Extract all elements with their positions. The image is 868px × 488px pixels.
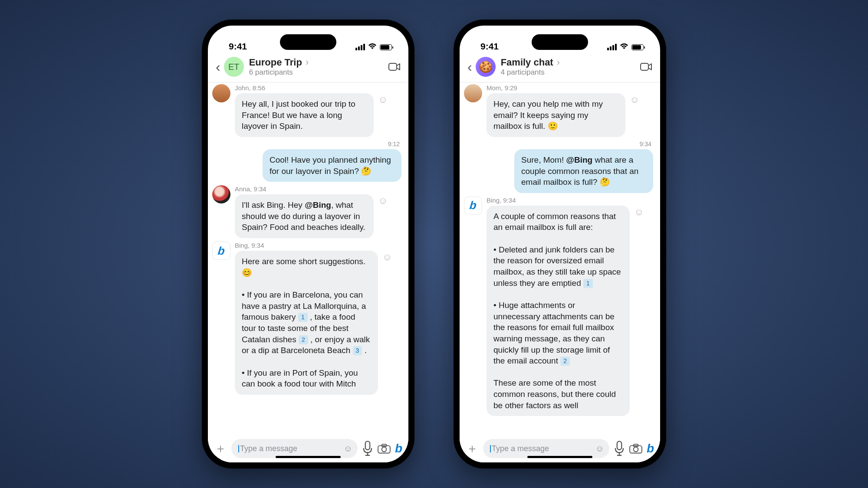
emoji-button[interactable]: ☺	[595, 444, 604, 454]
bing-avatar[interactable]: b	[464, 197, 482, 215]
bing-button[interactable]: b	[395, 442, 402, 455]
react-button[interactable]: ☺	[378, 195, 388, 206]
svg-rect-5	[641, 63, 648, 70]
svg-rect-6	[617, 441, 621, 449]
message-incoming: b Bing, 9:34 Here are some short suggest…	[212, 242, 404, 395]
citation[interactable]: 2	[560, 357, 570, 366]
chat-title-block[interactable]: Europe Trip › 6 participants	[249, 57, 388, 77]
message-input[interactable]: Type a message ☺	[231, 439, 358, 458]
mic-button[interactable]	[614, 441, 625, 456]
citation[interactable]: 3	[353, 346, 362, 355]
message-list[interactable]: Mom, 9:29 Hey, can you help me with my e…	[460, 82, 660, 435]
message-meta: Bing, 9:34	[235, 242, 404, 249]
phone-right: 9:41 ‹ 🍪 Family chat › 4 participants	[454, 20, 666, 468]
signal-icon	[355, 44, 365, 50]
message-time: 9:34	[640, 141, 651, 147]
input-placeholder: Type a message	[492, 444, 549, 453]
bing-button[interactable]: b	[647, 442, 654, 455]
chevron-right-icon: ›	[303, 57, 309, 68]
svg-point-3	[382, 447, 387, 452]
react-button[interactable]: ☺	[378, 94, 388, 105]
message-bubble[interactable]: A couple of common reasons that an email…	[487, 206, 630, 416]
react-button[interactable]: ☺	[630, 94, 639, 105]
home-indicator[interactable]	[527, 456, 592, 458]
status-time: 9:41	[229, 41, 247, 52]
svg-rect-1	[365, 441, 370, 449]
back-button[interactable]: ‹	[212, 59, 224, 75]
message-bubble[interactable]: Hey all, I just booked our trip to Franc…	[235, 93, 374, 137]
chat-subtitle: 6 participants	[249, 68, 388, 77]
message-meta: Mom, 9:29	[487, 84, 656, 92]
message-bubble[interactable]: Hey, can you help me with my email? It k…	[487, 93, 625, 137]
message-incoming: b Bing, 9:34 A couple of common reasons …	[464, 197, 656, 416]
message-list[interactable]: John, 8:56 Hey all, I just booked our tr…	[208, 82, 408, 435]
avatar[interactable]	[212, 185, 230, 203]
react-button[interactable]: ☺	[634, 206, 644, 218]
message-incoming: Anna, 9:34 I'll ask Bing. Hey @Bing, wha…	[212, 185, 404, 238]
dynamic-island	[532, 34, 588, 50]
wifi-icon	[620, 43, 628, 52]
add-button[interactable]: ＋	[214, 440, 227, 457]
video-call-button[interactable]	[640, 62, 652, 72]
chevron-right-icon: ›	[554, 57, 560, 68]
avatar[interactable]	[464, 84, 482, 102]
react-button[interactable]: ☺	[382, 252, 392, 263]
battery-icon	[631, 44, 644, 50]
message-time: 9:12	[388, 141, 400, 147]
video-call-button[interactable]	[388, 62, 401, 72]
message-bubble[interactable]: Cool! Have you planned anything for our …	[263, 149, 401, 182]
wifi-icon	[368, 43, 377, 52]
message-outgoing: 9:34 Sure, Mom! @Bing what are a couple …	[464, 141, 656, 193]
chat-avatar[interactable]: 🍪	[476, 57, 496, 77]
battery-icon	[380, 44, 392, 50]
svg-rect-0	[389, 63, 397, 70]
citation[interactable]: 1	[298, 313, 308, 322]
message-bubble[interactable]: Here are some short suggestions. 😊 • If …	[235, 251, 378, 395]
message-incoming: Mom, 9:29 Hey, can you help me with my e…	[464, 84, 656, 137]
citation[interactable]: 1	[583, 279, 593, 288]
input-bar: ＋ Type a message ☺ b	[208, 435, 408, 462]
mic-button[interactable]	[362, 441, 373, 456]
add-button[interactable]: ＋	[466, 440, 479, 457]
message-bubble[interactable]: Sure, Mom! @Bing what are a couple commo…	[514, 149, 653, 193]
message-meta: John, 8:56	[235, 84, 404, 92]
message-input[interactable]: Type a message ☺	[483, 439, 609, 458]
home-indicator[interactable]	[276, 456, 341, 458]
chat-title-block[interactable]: Family chat › 4 participants	[501, 57, 640, 77]
message-meta: Anna, 9:34	[235, 185, 404, 193]
chat-title: Europe Trip	[249, 57, 302, 68]
camera-button[interactable]	[378, 443, 391, 454]
message-meta: Bing, 9:34	[487, 197, 656, 204]
chat-subtitle: 4 participants	[501, 68, 640, 77]
input-placeholder: Type a message	[240, 444, 297, 453]
svg-point-8	[634, 447, 638, 452]
bing-avatar[interactable]: b	[212, 242, 230, 260]
dynamic-island	[280, 34, 336, 50]
phone-left: 9:41 ‹ ET Europe Trip › 6 participants	[202, 20, 414, 468]
avatar[interactable]	[212, 84, 230, 102]
chat-avatar[interactable]: ET	[224, 57, 244, 77]
camera-button[interactable]	[629, 443, 642, 454]
input-bar: ＋ Type a message ☺ b	[460, 435, 660, 462]
signal-icon	[607, 44, 617, 50]
emoji-button[interactable]: ☺	[343, 444, 352, 454]
message-bubble[interactable]: I'll ask Bing. Hey @Bing, what should we…	[235, 194, 374, 238]
chat-header: ‹ 🍪 Family chat › 4 participants	[460, 54, 660, 82]
back-button[interactable]: ‹	[464, 59, 476, 75]
citation[interactable]: 2	[299, 335, 308, 344]
message-outgoing: 9:12 Cool! Have you planned anything for…	[212, 141, 404, 182]
status-time: 9:41	[480, 41, 499, 52]
message-incoming: John, 8:56 Hey all, I just booked our tr…	[212, 84, 404, 137]
chat-title: Family chat	[501, 57, 553, 68]
chat-header: ‹ ET Europe Trip › 6 participants	[208, 54, 408, 82]
